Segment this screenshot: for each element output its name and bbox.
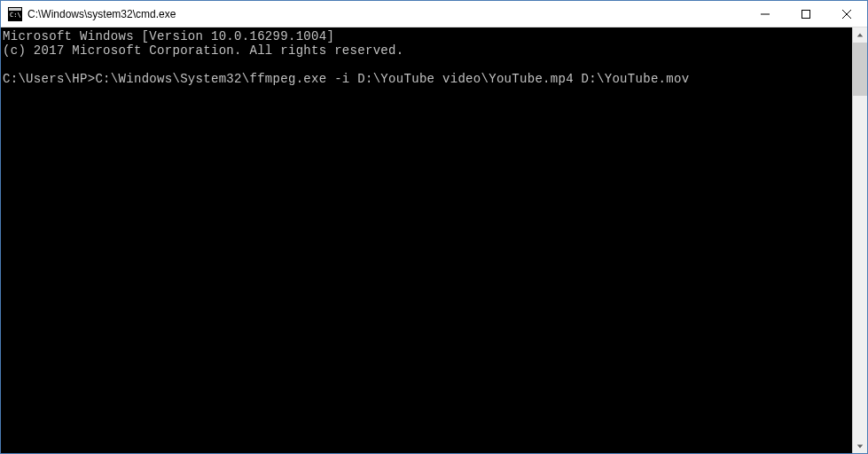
scroll-track[interactable] — [853, 43, 867, 438]
window-controls — [745, 1, 867, 27]
svg-rect-1 — [9, 8, 21, 11]
scroll-down-button[interactable] — [853, 438, 867, 453]
scroll-thumb[interactable] — [853, 43, 867, 96]
console-line: Microsoft Windows [Version 10.0.16299.10… — [3, 29, 334, 43]
command-input[interactable]: C:\Windows\System32\ffmpeg.exe -i D:\You… — [95, 72, 689, 86]
content-area: Microsoft Windows [Version 10.0.16299.10… — [1, 27, 867, 453]
cmd-window: C:\ C:\Windows\system32\cmd.exe Microsof… — [0, 0, 868, 454]
window-title: C:\Windows\system32\cmd.exe — [27, 8, 745, 20]
close-button[interactable] — [826, 1, 867, 27]
minimize-button[interactable] — [745, 1, 786, 27]
cmd-icon: C:\ — [8, 7, 22, 21]
scroll-up-button[interactable] — [853, 27, 867, 43]
console-line: (c) 2017 Microsoft Corporation. All righ… — [3, 43, 403, 58]
titlebar[interactable]: C:\ C:\Windows\system32\cmd.exe — [1, 1, 867, 27]
prompt: C:\Users\HP> — [3, 72, 95, 86]
svg-text:C:\: C:\ — [10, 12, 21, 19]
svg-rect-4 — [802, 10, 810, 18]
console-output[interactable]: Microsoft Windows [Version 10.0.16299.10… — [1, 27, 852, 453]
vertical-scrollbar[interactable] — [852, 27, 867, 453]
maximize-button[interactable] — [786, 1, 826, 27]
